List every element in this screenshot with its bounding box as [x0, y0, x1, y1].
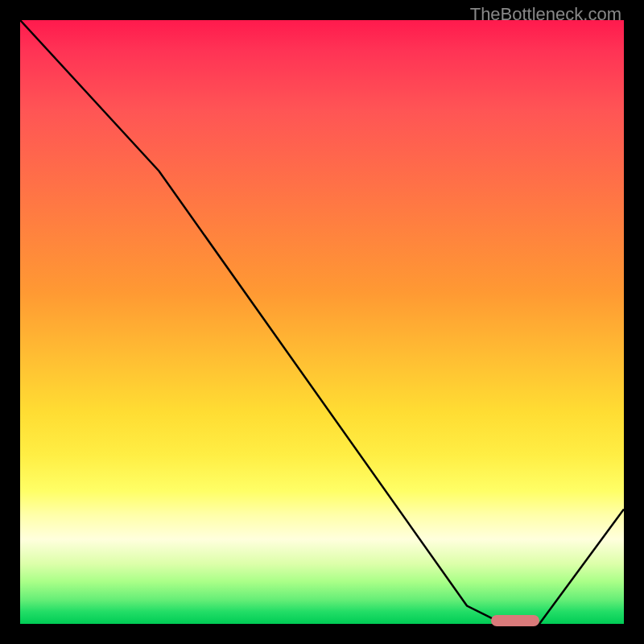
- optimal-range-marker: [491, 615, 539, 626]
- bottleneck-curve-path: [20, 20, 624, 624]
- curve-layer: [20, 20, 624, 624]
- chart-container: TheBottleneck.com: [0, 0, 644, 644]
- watermark-text: TheBottleneck.com: [470, 4, 621, 25]
